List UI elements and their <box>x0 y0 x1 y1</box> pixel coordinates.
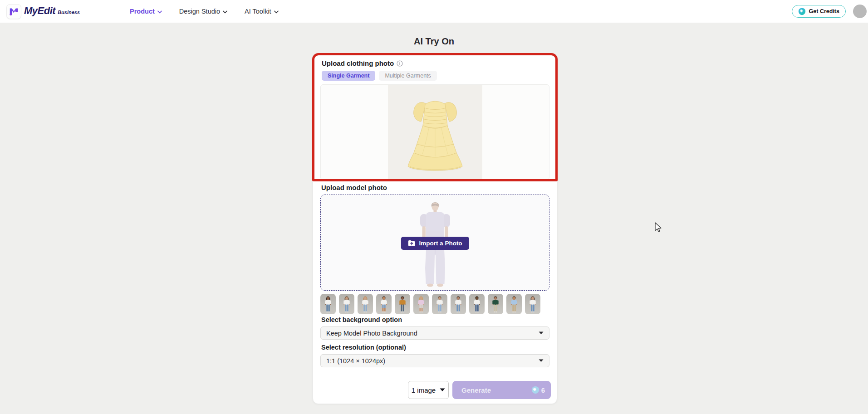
nav-label: Product <box>130 8 155 15</box>
clothing-section-label: Upload clothing photo <box>322 59 394 67</box>
model-thumbnail-model-5[interactable] <box>395 294 410 314</box>
import-photo-button[interactable]: Import a Photo <box>401 237 469 250</box>
clothing-section-label-row: Upload clothing photo <box>322 59 403 67</box>
generate-button[interactable]: Generate 6 <box>452 381 551 399</box>
tab-multiple-garments[interactable]: Multiple Garments <box>379 71 436 81</box>
background-option-label: Select background option <box>321 316 402 323</box>
nav-label: Design Studio <box>179 8 220 15</box>
model-thumbnail-model-10[interactable] <box>488 294 503 314</box>
resolution-select[interactable]: 1:1 (1024 × 1024px) <box>320 354 549 367</box>
folder-upload-icon <box>407 240 415 247</box>
clothing-photo-yellow-dress <box>388 85 482 180</box>
get-credits-label: Get Credits <box>809 8 839 15</box>
tab-label: Multiple Garments <box>385 73 431 79</box>
topbar-right: Get Credits <box>792 0 867 23</box>
myedit-logo-icon[interactable] <box>6 4 21 19</box>
brand-suffix: Business <box>58 10 80 15</box>
nav-item-product[interactable]: Product <box>130 8 162 15</box>
main-nav: Product Design Studio AI Toolkit <box>130 0 279 23</box>
ai-try-on-panel: Upload clothing photo Single Garment Mul… <box>313 54 557 404</box>
nav-label: AI Toolkit <box>245 8 271 15</box>
user-avatar[interactable] <box>853 5 867 18</box>
model-thumbnail-model-6[interactable] <box>413 294 429 314</box>
credit-cost: 6 <box>531 386 545 394</box>
model-thumbnail-model-8[interactable] <box>451 294 466 314</box>
resolution-label: Select resolution (optional) <box>321 344 406 351</box>
background-option-value: Keep Model Photo Background <box>326 330 417 337</box>
chevron-down-icon <box>274 10 279 14</box>
nav-item-design-studio[interactable]: Design Studio <box>179 8 227 15</box>
tab-single-garment[interactable]: Single Garment <box>322 71 375 81</box>
model-thumbnail-model-11[interactable] <box>506 294 522 314</box>
import-photo-label: Import a Photo <box>419 240 462 247</box>
info-circle-icon[interactable] <box>397 60 403 67</box>
brand-name: MyEdit <box>24 5 55 17</box>
model-thumbnail-model-1[interactable] <box>320 294 336 314</box>
generate-row: 1 image Generate 6 <box>408 381 551 399</box>
chevron-down-icon <box>223 10 227 14</box>
model-thumbnail-model-2[interactable] <box>339 294 354 314</box>
chevron-down-icon <box>157 10 162 14</box>
brand-wordmark[interactable]: MyEdit Business <box>24 5 80 17</box>
model-thumbnail-row <box>320 294 540 314</box>
image-count-value: 1 image <box>412 386 436 394</box>
mouse-cursor <box>653 222 663 233</box>
clothing-photo-preview-area[interactable] <box>320 84 549 180</box>
credit-cost-value: 6 <box>541 386 545 394</box>
credit-drop-icon <box>798 8 806 15</box>
top-nav-bar: MyEdit Business Product Design Studio AI… <box>0 0 868 23</box>
background-option-label-text: Select background option <box>321 316 402 323</box>
model-thumbnail-model-12[interactable] <box>525 294 540 314</box>
credit-drop-icon <box>531 386 539 394</box>
generate-label: Generate <box>461 386 491 394</box>
tab-label: Single Garment <box>328 73 369 79</box>
get-credits-button[interactable]: Get Credits <box>792 5 846 18</box>
garment-tabs: Single Garment Multiple Garments <box>322 71 437 81</box>
model-thumbnail-model-7[interactable] <box>432 294 447 314</box>
model-section-label: Upload model photo <box>321 184 387 191</box>
model-section-label-text: Upload model photo <box>321 184 387 191</box>
image-count-select[interactable]: 1 image <box>408 381 449 399</box>
resolution-label-text: Select resolution (optional) <box>321 344 406 351</box>
page-title: AI Try On <box>0 36 868 47</box>
nav-item-ai-toolkit[interactable]: AI Toolkit <box>245 8 279 15</box>
background-option-select[interactable]: Keep Model Photo Background <box>320 326 549 340</box>
model-thumbnail-model-9[interactable] <box>469 294 485 314</box>
caret-down-icon <box>539 331 544 335</box>
resolution-value: 1:1 (1024 × 1024px) <box>326 357 385 365</box>
model-thumbnail-model-4[interactable] <box>376 294 392 314</box>
caret-down-icon <box>539 359 544 362</box>
caret-down-icon <box>440 388 445 392</box>
model-thumbnail-model-3[interactable] <box>358 294 373 314</box>
model-photo-dropzone[interactable]: Import a Photo <box>320 195 549 291</box>
